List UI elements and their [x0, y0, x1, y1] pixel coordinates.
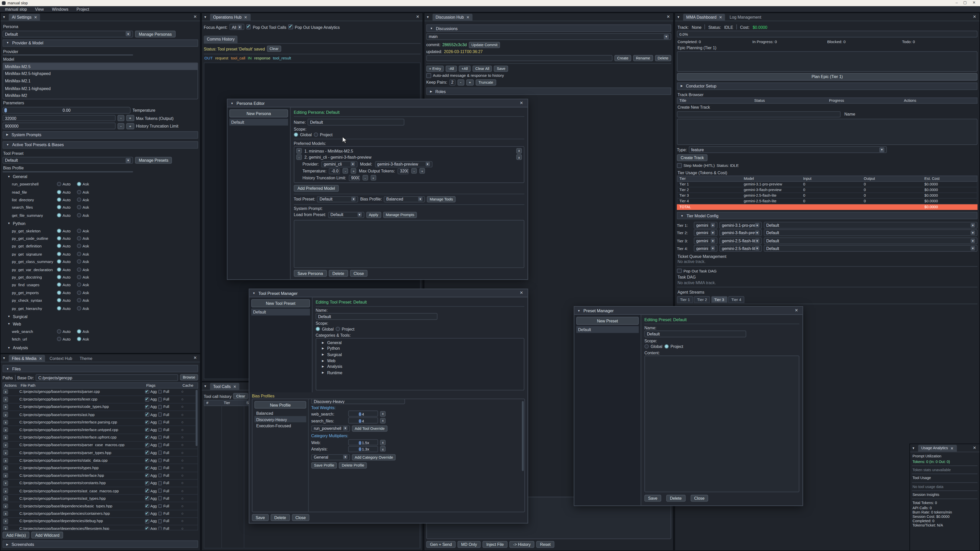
agg-checkbox[interactable]: ✓ — [145, 413, 149, 416]
remove-multiplier-button[interactable]: x — [380, 446, 386, 452]
full-checkbox[interactable]: ✓ — [158, 413, 162, 416]
tool-group-surgical[interactable]: ▼ Surgical — [7, 313, 198, 319]
minus-button[interactable]: - — [118, 123, 124, 129]
tool-group-general[interactable]: ▼ General — [7, 174, 198, 179]
auto-radio[interactable] — [57, 306, 61, 310]
panel-close-icon[interactable]: ✕ — [973, 445, 977, 451]
slider-handle[interactable] — [359, 419, 361, 423]
remove-file-button[interactable]: x — [3, 397, 8, 402]
tab-tool-calls[interactable]: Tool Calls✕ — [210, 383, 240, 390]
ask-radio[interactable] — [77, 298, 81, 302]
auto-add-checkbox[interactable]: ✓ — [426, 73, 431, 78]
auto-radio[interactable] — [57, 290, 61, 295]
full-checkbox[interactable]: ✓ — [158, 397, 162, 402]
base-dir-input[interactable]: C:/projects/gencpp — [36, 374, 178, 381]
tab-discussion-hub[interactable]: Discussion Hub✕ — [433, 14, 473, 21]
files-section[interactable]: ▼ Files — [3, 365, 198, 372]
agg-checkbox[interactable]: ✓ — [145, 397, 149, 402]
full-checkbox[interactable]: ✓ — [158, 420, 162, 424]
category-node[interactable]: ▶ Web — [318, 358, 522, 364]
auto-radio[interactable] — [57, 275, 61, 279]
model-option[interactable]: MiniMax-M2.5 — [3, 63, 197, 70]
move-up-button[interactable]: + — [296, 148, 302, 153]
auto-radio[interactable] — [57, 298, 61, 302]
remove-file-button[interactable]: x — [3, 427, 8, 433]
pe-tool-preset-select[interactable]: Default ▼ — [317, 196, 358, 202]
remove-file-button[interactable]: x — [3, 495, 8, 501]
pm-temperature-input[interactable]: -0.0 — [329, 168, 340, 174]
preset-name-input[interactable]: Default — [644, 330, 746, 337]
panel-close-icon[interactable]: ✕ — [193, 14, 198, 19]
scope-global-radio[interactable] — [644, 344, 649, 348]
plus-button[interactable]: + — [126, 123, 134, 129]
pm-model-select[interactable]: gemini-3-flash-preview ▼ — [375, 161, 432, 167]
bias-profile-select[interactable]: Balanced ▼ — [3, 171, 133, 172]
tab-close-icon[interactable]: ✕ — [466, 15, 469, 19]
dock-menu-icon[interactable]: ▼ — [3, 15, 6, 19]
provider-model-section[interactable]: ▼ Provider & Model — [3, 39, 198, 46]
tier-model-select[interactable]: gemini-3-flash-preview ▼ — [719, 229, 762, 236]
auto-radio[interactable] — [57, 337, 61, 341]
agg-checkbox[interactable]: ✓ — [145, 443, 149, 447]
full-checkbox[interactable]: ✓ — [158, 489, 162, 493]
slider-handle[interactable] — [359, 441, 361, 445]
ask-radio[interactable] — [77, 329, 81, 333]
delete-discussion-button[interactable]: Delete — [655, 55, 671, 61]
tier-model-config-section[interactable]: ▼ Tier Model Config — [677, 212, 977, 219]
manage-prompts-button[interactable]: Manage Prompts — [383, 211, 417, 218]
ask-radio[interactable] — [77, 337, 81, 341]
agg-checkbox[interactable]: ✓ — [145, 481, 149, 485]
remove-multiplier-button[interactable]: x — [380, 440, 386, 445]
entry-action-button[interactable]: Clear All — [473, 65, 492, 72]
model-option[interactable]: MiniMax-M2.5-highspeed — [3, 70, 197, 77]
full-checkbox[interactable]: ✓ — [158, 443, 162, 447]
ask-radio[interactable] — [77, 259, 81, 264]
remove-file-button[interactable]: x — [3, 465, 8, 471]
tier-preset-select[interactable]: Default ▼ — [764, 221, 978, 228]
remove-file-button[interactable]: x — [3, 488, 8, 493]
agg-checkbox[interactable]: ✓ — [145, 451, 149, 455]
tier-model-select[interactable]: gemini-2.5-flash-lite ▼ — [719, 237, 762, 244]
manage-personas-button[interactable]: Manage Personas — [135, 30, 176, 37]
tool-override-select[interactable]: run_powershell ▼ — [311, 425, 350, 431]
panel-close-icon[interactable]: ✕ — [193, 355, 198, 360]
load-preset-select[interactable]: Default ▼ — [328, 211, 364, 218]
tool-preset-manager-titlebar[interactable]: ▼ Tool Preset Manager ✕ — [249, 289, 528, 297]
add-wildcard-button[interactable]: Add Wildcard — [32, 532, 63, 538]
system-prompt-textarea[interactable] — [294, 220, 525, 268]
clear-tool-calls-button[interactable]: Clear — [234, 393, 248, 399]
entry-action-button[interactable]: +All — [458, 65, 471, 72]
save-tool-preset-button[interactable]: Save — [252, 514, 269, 521]
tab-log-management[interactable]: Log Management — [727, 14, 764, 21]
entry-action-button[interactable]: + Entry — [426, 65, 444, 72]
ask-radio[interactable] — [77, 290, 81, 295]
agg-checkbox[interactable]: ✓ — [145, 458, 149, 462]
remove-file-button[interactable]: x — [3, 389, 8, 394]
bias-profile-item[interactable]: Discovery-Heavy — [255, 416, 306, 422]
category-node[interactable]: ▶ Surgical — [318, 351, 522, 357]
agg-checkbox[interactable]: ✓ — [145, 527, 149, 530]
scope-project-radio[interactable] — [313, 132, 318, 137]
panel-close-icon[interactable]: ✕ — [973, 14, 977, 19]
tier-preset-select[interactable]: Default ▼ — [764, 237, 978, 244]
tab-close-icon[interactable]: ✕ — [34, 15, 37, 19]
tab-ai-settings[interactable]: AI Settings✕ — [9, 14, 40, 21]
browse-button[interactable]: Browse — [180, 375, 198, 381]
active-presets-section[interactable]: ▼ Active Tool Presets & Biases — [3, 141, 198, 148]
remove-file-button[interactable]: x — [3, 420, 8, 425]
remove-file-button[interactable]: x — [3, 404, 8, 410]
remove-file-button[interactable]: x — [3, 503, 8, 509]
profile-name-input[interactable]: Discovery-Heavy — [311, 399, 405, 404]
auto-radio[interactable] — [57, 251, 61, 256]
full-checkbox[interactable]: ✓ — [158, 496, 162, 500]
agg-checkbox[interactable]: ✓ — [145, 420, 149, 424]
focus-agent-select[interactable]: All ▼ — [229, 24, 245, 30]
dialog-close-icon[interactable]: ✕ — [795, 308, 799, 313]
remove-weight-button[interactable]: x — [380, 411, 386, 416]
tab-context-hub[interactable]: Context Hub — [46, 354, 75, 362]
pm-provider-select[interactable]: gemini_cli ▼ — [321, 161, 358, 167]
auto-radio[interactable] — [57, 283, 61, 287]
tool-group-web[interactable]: ▼ Web — [7, 321, 198, 327]
tool-preset-name-input[interactable]: Default — [316, 313, 438, 320]
new-persona-button[interactable]: New Persona — [229, 110, 288, 118]
